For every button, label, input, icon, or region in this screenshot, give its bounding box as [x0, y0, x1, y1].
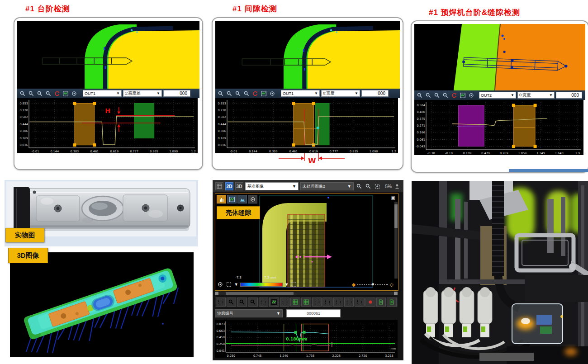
waveform-icon[interactable] [260, 90, 267, 97]
stretch-icon[interactable] [301, 298, 311, 307]
shell-gap-label: 壳体缝隙 [217, 206, 260, 219]
profile-view-icon[interactable] [227, 195, 237, 203]
output-select[interactable]: OUT1▼ [83, 90, 122, 97]
inspector-topbar: 2D 3D 基准图像▼ 未处理图像2▼ 5% [213, 180, 403, 192]
fullscreen-icon[interactable]: ▣ [391, 195, 396, 200]
zoom-in-icon[interactable] [19, 90, 26, 97]
compare-icon[interactable] [312, 298, 322, 307]
chevron-down-icon: ▼ [292, 184, 296, 189]
height-colormap[interactable] [240, 283, 283, 287]
image-type-select[interactable]: 基准图像▼ [245, 182, 299, 190]
zoom-region-icon[interactable] [243, 90, 250, 97]
panel3-title: #1 预焊机台阶&缝隙检测 [429, 7, 520, 18]
zoom-in-icon[interactable] [227, 298, 237, 307]
zoom-out-icon[interactable] [425, 92, 432, 99]
measure-value[interactable]: 000 [556, 92, 582, 99]
svg-text:0.444: 0.444 [218, 123, 226, 126]
position-slider[interactable]: ▼ [357, 284, 388, 285]
mode-2d-button[interactable]: 2D [225, 182, 233, 190]
svg-text:0.166: 0.166 [417, 131, 425, 134]
prewelder-profile-chart: -0.38-0.100.1890.4790.7691.0591.3491.640… [414, 100, 583, 155]
export-icon[interactable] [376, 298, 386, 307]
zoom-region-icon[interactable] [45, 90, 52, 97]
pitch-icon[interactable] [280, 298, 290, 307]
zoom-out-icon[interactable] [226, 90, 233, 97]
processing-image-select[interactable]: 未处理图像2▼ [300, 182, 354, 190]
step-heightmap-image [17, 21, 199, 89]
zoom-in-icon[interactable] [416, 92, 423, 99]
undo-icon[interactable] [53, 90, 61, 97]
scan-viewport[interactable]: 壳体缝隙 ▣ -7.3 7.3 mm ▼ ▼ ◆ ▼ ◇ [215, 193, 398, 291]
profile-number-value[interactable]: 000061 [286, 309, 341, 317]
fit-view-icon[interactable] [374, 183, 381, 190]
viewport-hscrollbar[interactable] [215, 292, 398, 295]
step-toolbar: OUT1▼ 1:高度差▼ 000 [17, 89, 199, 98]
undo-icon[interactable] [251, 90, 259, 97]
heightmap-scene [215, 21, 400, 89]
svg-text:-0.01: -0.01 [31, 150, 39, 153]
svg-text:3.215: 3.215 [385, 354, 394, 358]
zoom-fit-icon[interactable] [36, 90, 43, 97]
svg-text:0.303: 0.303 [269, 150, 278, 153]
viewport-vscrollbar[interactable] [394, 202, 398, 279]
svg-text:0.582: 0.582 [218, 115, 226, 119]
svg-text:mm: mm [391, 347, 396, 350]
scale-handle-left[interactable]: ▼ [234, 282, 238, 287]
mask-icon[interactable] [322, 298, 332, 307]
height-image-icon[interactable] [217, 195, 226, 203]
svg-text:0.169: 0.169 [19, 137, 28, 140]
zoom-fit-icon[interactable] [433, 92, 441, 99]
gap-measure-region[interactable] [288, 214, 325, 287]
svg-text:0.584: 0.584 [417, 104, 425, 107]
svg-text:0.619: 0.619 [110, 150, 119, 153]
undo-icon[interactable] [450, 92, 458, 99]
zoom-region-icon[interactable] [442, 92, 449, 99]
output-select[interactable]: OUT1▼ [281, 90, 320, 97]
zoom-out-icon[interactable] [365, 183, 372, 190]
zoom-region-icon[interactable] [248, 298, 258, 307]
layout-icon[interactable] [215, 182, 223, 190]
zoom-in-icon[interactable] [217, 90, 224, 97]
measure-select[interactable]: 1:高度差▼ [123, 90, 162, 97]
trace-icon[interactable] [216, 298, 226, 307]
mountain-view-icon[interactable] [237, 195, 247, 203]
snapshot-icon[interactable] [387, 298, 397, 307]
profile-number-select[interactable]: 轮廓编号▼ [215, 309, 283, 317]
output-select[interactable]: OUT2▼ [479, 92, 516, 99]
palette-icon[interactable] [269, 90, 276, 97]
pin-tool-icon[interactable] [248, 195, 257, 203]
heightmap-scene [414, 24, 585, 90]
palette-icon[interactable] [468, 92, 475, 99]
measure-value[interactable]: 000 [163, 90, 190, 97]
roi-add-icon[interactable] [344, 298, 354, 307]
mode-3d-button[interactable]: 3D [235, 182, 243, 190]
target-icon[interactable] [217, 281, 223, 288]
roi-icon[interactable] [333, 298, 343, 307]
waveform-icon[interactable] [459, 92, 466, 99]
pan-icon[interactable] [259, 298, 269, 307]
profile-icon[interactable] [269, 298, 279, 307]
measure-select[interactable]: 0:宽度▼ [321, 90, 360, 97]
zoom-out-icon[interactable] [237, 298, 247, 307]
palette-icon[interactable] [71, 90, 78, 97]
svg-text:0.303: 0.303 [71, 150, 79, 153]
invert-icon[interactable] [290, 281, 297, 288]
range-icon[interactable] [225, 281, 232, 288]
measure-select[interactable]: 0:宽度▼ [517, 92, 555, 99]
zoom-in-icon[interactable] [356, 183, 363, 190]
zoom-fit-icon[interactable] [234, 90, 242, 97]
svg-text:0.375: 0.375 [417, 117, 425, 121]
scale-handle-right[interactable]: ▼ [285, 282, 289, 287]
measure-value[interactable]: 000 [361, 90, 389, 97]
diamond-outline-icon[interactable]: ◇ [390, 282, 394, 288]
zoom-out-icon[interactable] [28, 90, 35, 97]
record-icon[interactable] [365, 298, 375, 307]
svg-text:1.2: 1.2 [191, 150, 195, 153]
diamond-marker-icon[interactable]: ◆ [352, 282, 356, 288]
grid-icon[interactable] [290, 298, 300, 307]
user-panel-icon[interactable] [394, 183, 401, 190]
roi-move-icon[interactable] [355, 298, 365, 307]
waveform-icon[interactable] [62, 90, 69, 97]
zoom-percent: 5% [385, 184, 392, 189]
chevron-down-icon: ▼ [314, 91, 318, 95]
